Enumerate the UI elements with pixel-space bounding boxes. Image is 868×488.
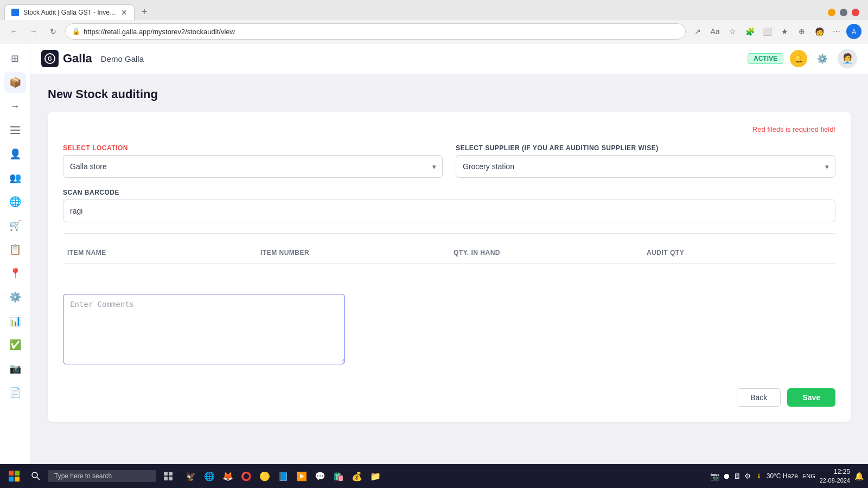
- read-mode-icon[interactable]: Aa: [707, 24, 723, 39]
- select-location-input[interactable]: Galla store Other Location: [63, 155, 443, 178]
- sidebar-item-analytics[interactable]: 📊: [4, 310, 26, 332]
- extension-icon[interactable]: 🧩: [742, 24, 757, 39]
- store-name: Demo Galla: [101, 54, 144, 63]
- sidebar-item-inventory[interactable]: 📦: [4, 72, 26, 93]
- screen-icon[interactable]: 🖥: [733, 472, 741, 480]
- top-nav: G Galla Demo Galla ACTIVE 🔔 ⚙️ 🧑‍💼: [30, 43, 868, 74]
- select-location-group: SELECT LOCATION Galla store Other Locati…: [63, 144, 443, 178]
- settings-nav-icon[interactable]: ⚙️: [814, 50, 831, 67]
- taskbar-app-youtube[interactable]: ▶️: [293, 467, 310, 485]
- time-display: 12:25: [820, 467, 850, 477]
- sidebar-item-transfer[interactable]: →: [4, 95, 26, 117]
- taskbar-search-text: Type here to search: [54, 472, 112, 480]
- svg-rect-5: [9, 471, 14, 476]
- taskbar-app-skype[interactable]: 💬: [311, 467, 329, 485]
- split-view-icon[interactable]: ⬜: [760, 24, 775, 39]
- page-body: New Stock auditing Red fileds is require…: [30, 74, 868, 464]
- collections-icon[interactable]: ⊕: [794, 24, 809, 39]
- new-tab-button[interactable]: +: [137, 5, 152, 20]
- scan-barcode-group: SCAN BARCODE: [63, 189, 835, 222]
- table-body: [63, 264, 835, 285]
- table-header: ITEM NAME ITEM NUMBER QTY. IN HAND AUDIT…: [63, 242, 835, 264]
- svg-rect-11: [164, 472, 168, 476]
- favorites-icon[interactable]: ★: [777, 24, 792, 39]
- taskbar-app-opera[interactable]: ⭕: [238, 467, 255, 485]
- taskbar-app-store[interactable]: 🛍️: [330, 467, 347, 485]
- svg-rect-1: [10, 130, 20, 131]
- sidebar-item-globe[interactable]: 🌐: [4, 191, 26, 213]
- taskbar-app-files[interactable]: 📁: [367, 467, 384, 485]
- form-card: Red fileds is required field! SELECT LOC…: [48, 112, 851, 422]
- taskbar-search[interactable]: [27, 467, 44, 485]
- taskbar-app-facebook[interactable]: 📘: [275, 467, 292, 485]
- sidebar-item-location[interactable]: 📍: [4, 262, 26, 284]
- taskbar-app-firefox[interactable]: 🦊: [219, 467, 237, 485]
- tab-close-button[interactable]: ✕: [121, 8, 127, 17]
- svg-rect-2: [10, 133, 20, 134]
- sidebar-item-dashboard[interactable]: ⊞: [4, 48, 26, 69]
- comments-textarea[interactable]: [63, 294, 345, 364]
- lock-icon: 🔒: [72, 28, 80, 35]
- sidebar-item-cart[interactable]: 🛒: [4, 215, 26, 236]
- tab-title: Stock Audit | Galla GST - Invento: [23, 9, 117, 16]
- share-icon[interactable]: ↗: [690, 24, 705, 39]
- taskbar-apps: 🦅 🌐 🦊 ⭕ 🟡 📘 ▶️ 💬 🛍️ 💰 📁: [182, 467, 384, 485]
- forward-nav-button[interactable]: →: [26, 24, 41, 39]
- table-section: ITEM NAME ITEM NUMBER QTY. IN HAND AUDIT…: [63, 233, 835, 285]
- select-supplier-wrapper: Grocery station Other Supplier ▾: [456, 155, 835, 178]
- sidebar-item-settings[interactable]: ⚙️: [4, 286, 26, 308]
- taskbar-app-chrome[interactable]: 🟡: [256, 467, 273, 485]
- camera-taskbar-icon[interactable]: 📷: [710, 472, 719, 480]
- sidebar-item-menu[interactable]: [4, 119, 26, 141]
- avatar-icon[interactable]: 🧑: [812, 24, 827, 39]
- tab-favicon: [11, 9, 19, 16]
- weather-icon: 🌡: [756, 472, 762, 480]
- svg-text:G: G: [48, 56, 52, 62]
- svg-line-10: [37, 477, 40, 480]
- avatar-nav[interactable]: 🧑‍💼: [838, 49, 857, 68]
- back-button[interactable]: Back: [737, 388, 781, 407]
- taskbar-app-wallet[interactable]: 💰: [348, 467, 366, 485]
- url-text: https://retail.galla.app/mystorev2/stock…: [84, 28, 679, 36]
- taskbar-search-bar[interactable]: Type here to search: [48, 470, 156, 482]
- refresh-button[interactable]: ↻: [46, 24, 61, 39]
- maximize-button[interactable]: [840, 9, 847, 16]
- settings-taskbar-icon[interactable]: ⚙: [744, 472, 751, 480]
- notification-center-icon[interactable]: 🔔: [854, 472, 864, 480]
- scan-barcode-input[interactable]: [63, 200, 835, 222]
- start-button[interactable]: [4, 466, 24, 486]
- close-button[interactable]: [852, 9, 859, 16]
- taskbar-time: 12:25 22-08-2024: [820, 467, 850, 485]
- main-content: G Galla Demo Galla ACTIVE 🔔 ⚙️ 🧑‍💼 New S…: [30, 43, 868, 464]
- minimize-button[interactable]: [828, 9, 835, 16]
- record-icon[interactable]: ⏺: [723, 472, 730, 480]
- sidebar-item-camera[interactable]: 📷: [4, 358, 26, 380]
- back-nav-button[interactable]: ←: [7, 24, 22, 39]
- svg-rect-12: [169, 472, 173, 476]
- location-supplier-row: SELECT LOCATION Galla store Other Locati…: [63, 144, 835, 178]
- sidebar-item-reports[interactable]: 📋: [4, 239, 26, 260]
- svg-rect-14: [169, 477, 173, 480]
- brand: G Galla Demo Galla: [41, 50, 144, 67]
- sidebar-item-user[interactable]: 👤: [4, 143, 26, 165]
- system-icons: 📷 ⏺ 🖥 ⚙: [710, 472, 751, 480]
- notification-icon[interactable]: 🔔: [790, 50, 807, 67]
- taskbar-app-bird[interactable]: 🦅: [182, 467, 200, 485]
- bookmark-icon[interactable]: ☆: [725, 24, 740, 39]
- taskbar: Type here to search 🦅 🌐 🦊 ⭕ 🟡 📘 ▶️ 💬 🛍️ …: [0, 464, 868, 488]
- taskbar-app-edge[interactable]: 🌐: [201, 467, 218, 485]
- profile-circle[interactable]: A: [846, 24, 861, 39]
- active-tab[interactable]: Stock Audit | Galla GST - Invento ✕: [4, 4, 135, 20]
- more-button[interactable]: ⋯: [829, 24, 844, 39]
- sidebar-item-document[interactable]: 📄: [4, 382, 26, 403]
- comments-section: [63, 294, 835, 367]
- column-item-number: ITEM NUMBER: [256, 247, 449, 259]
- sidebar: ⊞ 📦 → 👤 👥 🌐 🛒 📋 📍 ⚙️ 📊 ✅ 📷 📄: [0, 43, 30, 464]
- sidebar-item-checklist[interactable]: ✅: [4, 334, 26, 356]
- action-bar: Back Save: [63, 380, 835, 407]
- address-bar[interactable]: 🔒 https://retail.galla.app/mystorev2/sto…: [65, 23, 686, 40]
- taskbar-task-view[interactable]: [159, 467, 177, 485]
- select-supplier-input[interactable]: Grocery station Other Supplier: [456, 155, 835, 178]
- sidebar-item-profile[interactable]: 👥: [4, 167, 26, 189]
- save-button[interactable]: Save: [787, 388, 835, 407]
